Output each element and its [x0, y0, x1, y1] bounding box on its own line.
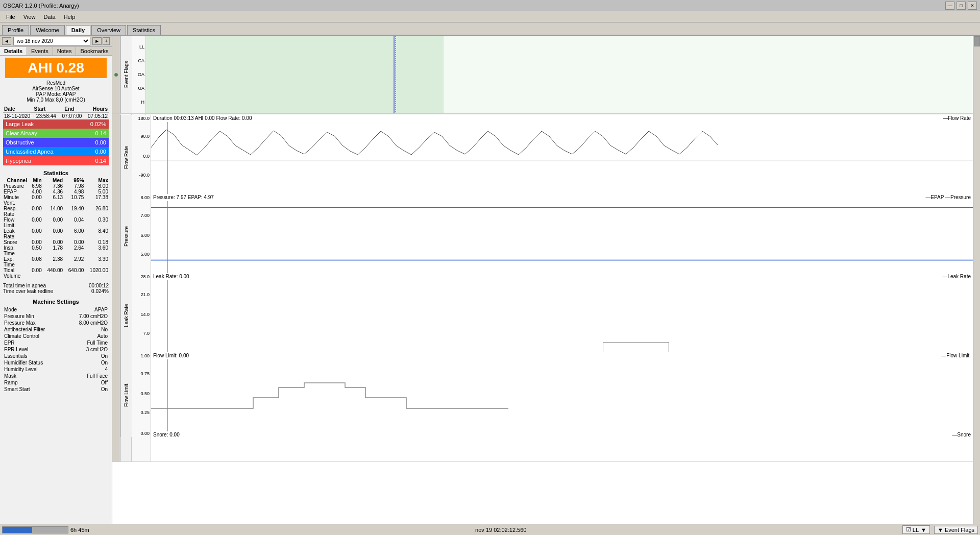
- machine-key: Ramp: [4, 380, 18, 385]
- obstructive-value: 0.00: [95, 139, 106, 145]
- event-flags-y-labels: LL CA OA UA H: [132, 36, 146, 113]
- tab-daily[interactable]: Daily: [66, 25, 90, 35]
- title-bar: OSCAR 1.2.0 (Profile: Anargy) — □ ✕: [0, 0, 980, 11]
- stats-cell: [43, 251, 64, 256]
- tab-statistics[interactable]: Statistics: [127, 25, 161, 35]
- stats-cell: [85, 211, 110, 217]
- prev-date-button[interactable]: ◄: [2, 37, 11, 45]
- obstructive-label: Obstructive: [6, 139, 34, 145]
- machine-val: No: [101, 327, 108, 332]
- sub-tab-notes[interactable]: Notes: [53, 47, 77, 55]
- stats-cell: Flow: [2, 217, 29, 223]
- maximize-button[interactable]: □: [957, 2, 966, 10]
- tab-welcome[interactable]: Welcome: [30, 25, 65, 35]
- progress-bar-container: [2, 526, 68, 533]
- sub-tab-events[interactable]: Events: [27, 47, 53, 55]
- charts-container[interactable]: ● Event Flags LL CA OA UA H: [112, 36, 973, 524]
- col-hours: Hours: [93, 106, 108, 112]
- pap-mode: PAP Mode: APAP: [3, 91, 109, 97]
- date-dropdown[interactable]: wo 18 nov 2020: [13, 37, 90, 45]
- stats-scroll[interactable]: AHI 0.28 ResMed AirSense 10 AutoSet PAP …: [0, 56, 112, 524]
- right-scrollbar[interactable]: [973, 36, 980, 524]
- flow-limit-svg: [151, 359, 973, 437]
- minimize-button[interactable]: —: [945, 2, 954, 10]
- left-panel: ◄ wo 18 nov 2020 ► + Details Events Note…: [0, 36, 112, 524]
- large-leak-label: Large Leak: [6, 121, 34, 127]
- device-model: AirSense 10 AutoSet: [3, 86, 109, 91]
- machine-key: EPR Level: [4, 347, 28, 352]
- start-value: 23:58:44: [36, 113, 56, 119]
- stats-cell: Vent.: [2, 200, 29, 206]
- tab-overview[interactable]: Overview: [91, 25, 126, 35]
- event-flags-label: Event Flags: [120, 36, 132, 113]
- machine-val: Off: [101, 380, 108, 385]
- sub-tab-bookmarks[interactable]: Bookmarks: [76, 47, 112, 55]
- stats-cell: 2.92: [64, 256, 85, 262]
- min-max: Min 7,0 Max 8,0 (cmH2O): [3, 97, 109, 103]
- event-flags-area: [146, 36, 973, 113]
- snore-chart: Snore: 0.00 —Snore: [112, 431, 973, 462]
- window-controls: — □ ✕: [945, 2, 977, 10]
- stats-cell: [64, 251, 85, 256]
- add-date-button[interactable]: +: [103, 37, 110, 45]
- menu-file[interactable]: File: [2, 13, 19, 21]
- stats-cell: Rate: [2, 211, 29, 217]
- stats-cell: Limit.: [2, 223, 29, 228]
- next-date-button[interactable]: ►: [92, 37, 102, 45]
- stats-cell: 19.40: [64, 206, 85, 211]
- flow-limit-title: Flow Limit: 0.00: [153, 353, 189, 358]
- stats-cell: [64, 211, 85, 217]
- event-flags-dropdown[interactable]: ☑ LL ▼: [902, 525, 930, 534]
- menu-help[interactable]: Help: [60, 13, 80, 21]
- menu-data[interactable]: Data: [39, 13, 59, 21]
- stats-cell: Tidal: [2, 268, 29, 273]
- flow-rate-yaxis: 180.0 90.0 0.0 -90.0 -180.0: [132, 115, 151, 200]
- bottom-status: nov 19 02:02:12.560: [100, 527, 902, 533]
- stats-cell: 0.00: [29, 268, 43, 273]
- stats-cell: [64, 273, 85, 279]
- main-area: ◄ wo 18 nov 2020 ► + Details Events Note…: [0, 36, 980, 524]
- stats-cell: 640.00: [64, 268, 85, 273]
- machine-key: Climate Control: [4, 333, 39, 339]
- machine-val: On: [101, 360, 108, 366]
- stats-cell: 5.00: [85, 189, 110, 194]
- ef-label-ua: UA: [132, 86, 145, 91]
- stats-cell: 1.78: [43, 245, 64, 251]
- flow-rate-chart: Flow Rate 180.0 90.0 0.0 -90.0 -180.0 Du…: [112, 115, 973, 194]
- event-flags-check: ☑: [906, 526, 911, 533]
- stats-cell: [43, 262, 64, 268]
- sub-tab-details[interactable]: Details: [0, 47, 27, 55]
- snore-title: Snore: 0.00: [153, 432, 180, 437]
- leak-rate-label: Leak Rate: [120, 273, 132, 358]
- machine-key: Antibacterial Filter: [4, 327, 45, 332]
- machine-val: Auto: [97, 333, 108, 339]
- stats-cell: [43, 234, 64, 239]
- stats-cell: Leak: [2, 228, 29, 234]
- leak-rate-svg: [151, 280, 973, 358]
- pressure-chart: Pressure 8.00 7.00 6.00 5.00 4.00 Pressu…: [112, 194, 973, 273]
- tab-profile[interactable]: Profile: [2, 25, 29, 35]
- machine-key: Pressure Max: [4, 320, 36, 326]
- stats-cell: [43, 211, 64, 217]
- machine-row: Humidity Level4: [2, 366, 110, 373]
- scrollbar-thumb[interactable]: [974, 36, 980, 46]
- close-button[interactable]: ✕: [968, 2, 977, 10]
- stats-cell: 0.00: [43, 239, 64, 245]
- machine-row: Humidifier StatusOn: [2, 359, 110, 366]
- event-flags-svg: [146, 36, 973, 113]
- stats-cell: 6.98: [29, 183, 43, 189]
- stats-cell: 440.00: [43, 268, 64, 273]
- machine-row: EssentialsOn: [2, 353, 110, 359]
- app-title: OSCAR 1.2.0 (Profile: Anargy): [3, 3, 79, 9]
- hours-value: 07:05:12: [88, 113, 108, 119]
- stats-cell: 0.00: [29, 228, 43, 234]
- date-nav: ◄ wo 18 nov 2020 ► +: [0, 36, 112, 47]
- menu-view[interactable]: View: [19, 13, 40, 21]
- stats-cell: 0.30: [85, 217, 110, 223]
- device-name: ResMed: [3, 80, 109, 86]
- tab-bar: Profile Welcome Daily Overview Statistic…: [0, 22, 980, 36]
- machine-key: Humidity Level: [4, 367, 38, 372]
- stats-cell: [64, 200, 85, 206]
- stats-cell: Minute: [2, 194, 29, 200]
- machine-val: 8.00 cmH2O: [79, 320, 108, 326]
